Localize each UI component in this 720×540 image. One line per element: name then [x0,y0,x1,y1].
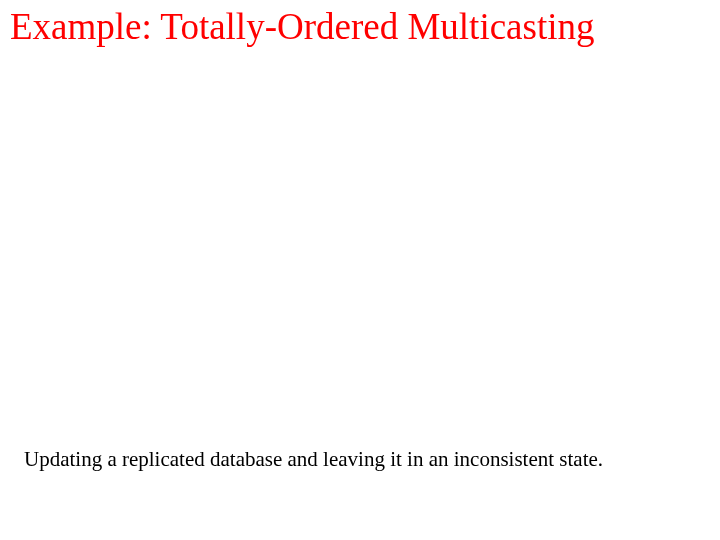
slide: Example: Totally-Ordered Multicasting Up… [0,0,720,540]
slide-caption: Updating a replicated database and leavi… [24,447,696,472]
slide-title: Example: Totally-Ordered Multicasting [10,6,710,49]
